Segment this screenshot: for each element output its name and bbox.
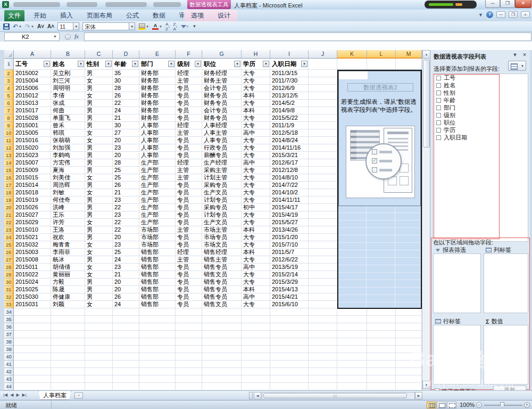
cell[interactable]	[14, 308, 51, 316]
cell[interactable]: 男	[85, 100, 113, 107]
cell[interactable]	[176, 308, 202, 316]
cell[interactable]: 2015/4/17	[270, 204, 309, 211]
cell[interactable]	[242, 346, 270, 353]
cell[interactable]: 大专	[242, 256, 270, 264]
cell[interactable]	[113, 331, 139, 338]
row-header-16[interactable]: 16	[4, 174, 14, 182]
cell[interactable]	[309, 286, 337, 293]
row-header-1[interactable]: 1	[4, 59, 14, 70]
cell[interactable]	[309, 323, 337, 331]
pivot-table-region[interactable]: 数据透视表2 若要生成报表，请从“数据透视表字段列表”中选择字段。	[337, 70, 422, 309]
row-header-30[interactable]: 30	[4, 279, 14, 286]
cell[interactable]: 市场部	[139, 234, 176, 241]
filter-button[interactable]: ▼	[234, 61, 240, 67]
cell[interactable]: 主管	[176, 256, 202, 264]
cell[interactable]: 25	[113, 174, 139, 182]
cell[interactable]	[309, 107, 337, 114]
cell[interactable]	[202, 368, 242, 375]
cell[interactable]	[85, 368, 113, 375]
cell[interactable]: 大专	[242, 174, 270, 182]
cell[interactable]	[139, 368, 176, 375]
cell[interactable]: 吴立刚	[51, 70, 85, 77]
field-item-部门[interactable]: 部门	[433, 104, 528, 111]
cell[interactable]	[202, 361, 242, 368]
cell[interactable]: 2011/7/30	[270, 77, 309, 85]
cell[interactable]: 男	[85, 152, 113, 159]
field-item-年龄[interactable]: 年龄	[433, 96, 528, 104]
scroll-left-icon[interactable]: ◀	[254, 392, 261, 399]
field-checkbox[interactable]	[436, 135, 441, 140]
cell[interactable]: 人事主管	[202, 129, 242, 137]
cell[interactable]: 2015/2/14	[270, 271, 309, 279]
cell[interactable]	[309, 182, 337, 189]
cell[interactable]: 专员	[176, 189, 202, 197]
cell[interactable]: 2014/9/8	[270, 107, 309, 114]
column-header-I[interactable]: I	[270, 50, 309, 59]
cell[interactable]	[309, 189, 337, 197]
filter-button[interactable]: ▼	[168, 61, 174, 67]
cell[interactable]: 刘敏	[51, 189, 85, 197]
cell[interactable]	[202, 338, 242, 346]
cell[interactable]: 销售主管	[202, 256, 242, 264]
first-sheet-icon[interactable]: |◀	[3, 392, 7, 397]
header-cell[interactable]: 入职日期▼	[270, 59, 309, 70]
row-header-20[interactable]: 20	[4, 204, 14, 211]
font-color-button[interactable]: A▼	[152, 23, 162, 30]
cell[interactable]: 2015/1/20	[270, 234, 309, 241]
cell[interactable]: 男	[85, 279, 113, 286]
header-cell[interactable]	[367, 59, 396, 70]
vertical-scrollbar-thumb[interactable]	[423, 60, 430, 148]
cell[interactable]	[14, 346, 51, 353]
cell[interactable]: 2014/7/22	[270, 182, 309, 189]
cell[interactable]: 20	[113, 152, 139, 159]
ribbon-tab-页面布局[interactable]: 页面布局	[80, 10, 119, 21]
cell[interactable]: 2012/6/22	[270, 256, 309, 264]
cell[interactable]	[270, 338, 309, 346]
cell[interactable]: 2015014	[14, 182, 51, 189]
pane-layout-button[interactable]: ▼	[508, 61, 526, 71]
cell[interactable]: 男	[85, 85, 113, 92]
cell[interactable]: 2015032	[14, 241, 51, 249]
cell[interactable]	[309, 159, 337, 167]
cell[interactable]: 22	[113, 219, 139, 226]
cell[interactable]	[309, 211, 337, 219]
cell[interactable]	[176, 346, 202, 353]
cell[interactable]: 2015/3/29	[270, 279, 309, 286]
row-header-39[interactable]: 39	[4, 346, 14, 353]
select-all-corner[interactable]	[4, 50, 14, 59]
cell[interactable]: 2015024	[14, 279, 51, 286]
cell[interactable]	[309, 226, 337, 234]
filter-button[interactable]: ▼	[301, 61, 307, 67]
cell[interactable]	[51, 375, 85, 383]
cell[interactable]: 女	[85, 92, 113, 100]
cell[interactable]: 大专	[242, 70, 270, 77]
cell[interactable]: 大专	[242, 137, 270, 144]
row-labels-area[interactable]	[433, 325, 481, 385]
cell[interactable]	[242, 361, 270, 368]
cell[interactable]: 2012/12/8	[270, 167, 309, 174]
field-checkbox[interactable]	[436, 83, 441, 88]
cell[interactable]	[14, 383, 51, 390]
cell[interactable]	[396, 368, 422, 375]
cell[interactable]: 男	[85, 226, 113, 234]
cell[interactable]: 26	[113, 92, 139, 100]
cell[interactable]: 25	[113, 167, 139, 174]
cell[interactable]: 财务专员	[202, 92, 242, 100]
report-filter-area[interactable]	[433, 253, 481, 313]
cell[interactable]	[270, 383, 309, 390]
row-header-8[interactable]: 8	[4, 114, 14, 122]
zoom-out-icon[interactable]: −	[476, 402, 482, 408]
cell[interactable]: 女	[85, 137, 113, 144]
column-header-C[interactable]: C	[85, 50, 113, 59]
row-header-31[interactable]: 31	[4, 286, 14, 293]
cell[interactable]	[176, 323, 202, 331]
cell[interactable]: 生产部	[139, 174, 176, 182]
row-header-12[interactable]: 12	[4, 144, 14, 152]
cell[interactable]: 高中	[242, 129, 270, 137]
cell[interactable]: 销售部	[139, 256, 176, 264]
cell[interactable]: 大专	[242, 241, 270, 249]
cell[interactable]	[14, 331, 51, 338]
field-checkbox[interactable]	[436, 76, 441, 80]
cell[interactable]: 大专	[242, 234, 270, 241]
cell[interactable]	[85, 331, 113, 338]
